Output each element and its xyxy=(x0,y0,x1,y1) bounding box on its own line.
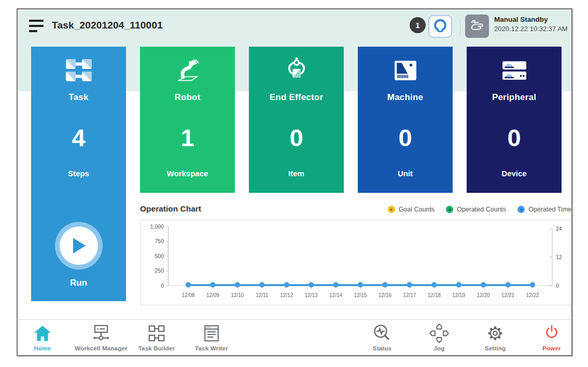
status-timestamp: 2020.12.22 10:32:37 AM xyxy=(494,24,568,34)
svg-text:250: 250 xyxy=(155,267,164,274)
svg-text:500: 500 xyxy=(155,253,164,259)
svg-text:12/22: 12/22 xyxy=(526,292,539,298)
gripper-icon xyxy=(432,18,448,35)
card-title: Peripheral xyxy=(467,92,562,103)
nav-workcell-manager[interactable]: Workcell Manager xyxy=(70,323,132,351)
operated-counts-dot-icon xyxy=(446,206,453,213)
machine-icon xyxy=(358,55,453,86)
nav-label: Jog xyxy=(408,345,470,351)
end-effector-icon xyxy=(249,55,344,86)
nav-label: Task Writer xyxy=(180,345,243,351)
operation-chart: 02505007501,00012/0812/0912/1012/1112/12… xyxy=(140,220,572,305)
svg-text:12/14: 12/14 xyxy=(329,292,342,298)
nav-label: Home xyxy=(17,345,74,351)
jog-icon xyxy=(408,323,470,344)
operated-time-dot-icon xyxy=(517,206,525,213)
nav-home[interactable]: Home xyxy=(17,323,74,351)
nav-status[interactable]: Status xyxy=(351,323,413,351)
run-label: Run xyxy=(31,278,126,288)
manual-hand-icon xyxy=(468,17,486,36)
svg-text:12/09: 12/09 xyxy=(206,292,219,298)
card-title: End Effector xyxy=(249,92,344,103)
card-unit: Item xyxy=(249,169,344,178)
nav-jog[interactable]: Jog xyxy=(408,323,470,351)
card-title: Robot xyxy=(140,92,235,103)
power-icon xyxy=(521,323,572,344)
app-window: Task_20201204_110001 1 Manual Standby 20… xyxy=(17,8,572,356)
card-end-effector[interactable]: End Effector 0 Item xyxy=(249,47,344,193)
svg-text:12/20: 12/20 xyxy=(477,292,490,298)
svg-text:12/19: 12/19 xyxy=(452,292,465,298)
svg-text:0: 0 xyxy=(161,283,164,289)
svg-text:24: 24 xyxy=(556,225,562,232)
chart-legend: Goal Counts Operated Counts Operated Tim… xyxy=(308,206,571,213)
card-unit: Unit xyxy=(358,169,453,178)
card-value: 0 xyxy=(249,123,344,152)
workcell-manager-icon xyxy=(70,323,132,344)
robot-status: Manual Standby 2020.12.22 10:32:37 AM xyxy=(494,15,568,34)
run-button[interactable] xyxy=(55,222,103,270)
card-value: 1 xyxy=(140,123,235,152)
page-title: Task_20201204_110001 xyxy=(52,20,163,31)
card-unit: Workspace xyxy=(140,169,235,178)
card-value: 4 xyxy=(31,123,126,152)
card-title: Machine xyxy=(358,92,453,103)
nav-label: Status xyxy=(351,345,413,351)
home-icon xyxy=(17,323,74,344)
legend-operated-time: Operated Time xyxy=(517,206,571,213)
legend-label: Operated Counts xyxy=(457,206,506,213)
nav-task-writer[interactable]: Task Writer xyxy=(180,323,243,351)
card-title: Task xyxy=(31,92,126,103)
card-machine[interactable]: Machine 0 Unit xyxy=(358,47,453,193)
card-robot[interactable]: Robot 1 Workspace xyxy=(140,47,235,193)
svg-text:0: 0 xyxy=(556,283,559,289)
svg-text:750: 750 xyxy=(155,238,164,244)
status-icon xyxy=(351,323,413,344)
legend-label: Operated Time xyxy=(528,206,571,213)
card-value: 0 xyxy=(467,123,562,152)
svg-text:12/08: 12/08 xyxy=(181,292,194,298)
card-peripheral[interactable]: Peripheral 0 Device xyxy=(467,47,562,193)
screen: Task_20201204_110001 1 Manual Standby 20… xyxy=(0,0,588,367)
svg-text:1,000: 1,000 xyxy=(150,223,164,230)
notification-badge: 1 xyxy=(410,17,426,33)
svg-text:12/13: 12/13 xyxy=(305,292,318,298)
robot-mode-button[interactable] xyxy=(465,15,489,38)
robot-icon xyxy=(140,55,235,86)
operation-chart-title: Operation Chart xyxy=(140,204,201,214)
gripper-button[interactable] xyxy=(428,15,452,38)
nav-label: Workcell Manager xyxy=(70,345,132,351)
task-writer-icon xyxy=(180,323,243,344)
hamburger-menu-icon[interactable] xyxy=(29,20,45,33)
legend-operated-counts: Operated Counts xyxy=(446,206,506,213)
header-divider xyxy=(460,19,460,35)
svg-text:12/10: 12/10 xyxy=(231,292,244,298)
svg-text:12/16: 12/16 xyxy=(379,292,391,298)
setting-icon xyxy=(464,323,526,344)
task-icon xyxy=(31,55,126,86)
card-unit: Device xyxy=(467,169,562,178)
svg-text:12/18: 12/18 xyxy=(428,292,441,298)
nav-label: Setting xyxy=(464,345,526,351)
nav-task-builder[interactable]: Task Builder xyxy=(125,323,188,351)
card-value: 0 xyxy=(358,123,453,152)
peripheral-icon xyxy=(467,55,562,86)
card-task[interactable]: Task 4 Steps Run xyxy=(31,47,126,301)
svg-text:12/21: 12/21 xyxy=(501,292,514,298)
svg-text:12/11: 12/11 xyxy=(256,292,269,298)
nav-label: Power xyxy=(521,345,572,351)
nav-label: Task Builder xyxy=(125,345,188,351)
svg-text:12: 12 xyxy=(556,254,562,260)
play-icon xyxy=(60,227,98,265)
svg-text:12/17: 12/17 xyxy=(403,292,416,298)
goal-counts-dot-icon xyxy=(388,206,395,213)
robot-mode-label: Manual Standby xyxy=(494,15,568,24)
task-builder-icon xyxy=(125,323,188,344)
card-unit: Steps xyxy=(31,169,126,178)
bottom-navigation: Home Workcell Manager xyxy=(18,319,571,356)
nav-power[interactable]: Power xyxy=(521,323,572,351)
nav-setting[interactable]: Setting xyxy=(464,323,526,351)
legend-goal-counts: Goal Counts xyxy=(388,206,435,213)
svg-text:12/15: 12/15 xyxy=(354,292,367,298)
legend-label: Goal Counts xyxy=(399,206,435,213)
